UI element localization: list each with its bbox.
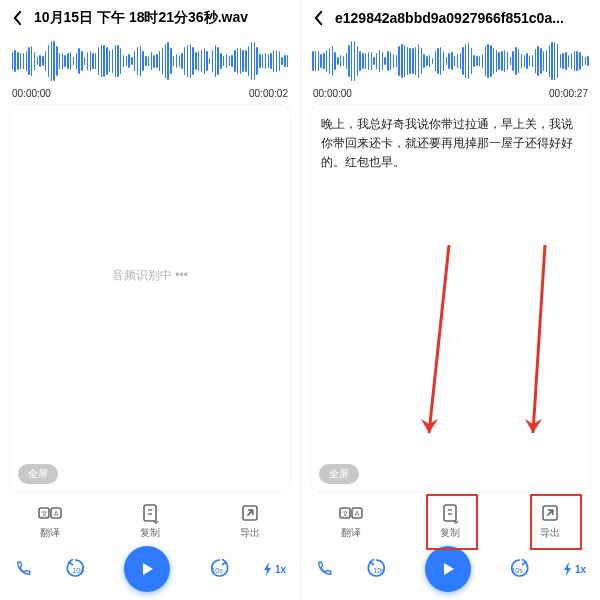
call-button[interactable] bbox=[14, 560, 32, 578]
play-icon bbox=[138, 560, 156, 578]
svg-text:10s: 10s bbox=[373, 567, 385, 574]
play-icon bbox=[439, 560, 457, 578]
speed-label: 1x bbox=[275, 564, 286, 575]
chevron-left-icon bbox=[313, 10, 324, 26]
back-button[interactable] bbox=[8, 10, 26, 26]
translate-button[interactable]: 文A 翻译 bbox=[337, 502, 365, 540]
left-pane: 10月15日 下午 18时21分36秒.wav 00:00:00 00:00:0… bbox=[0, 0, 300, 600]
fullscreen-button[interactable]: 全屏 bbox=[18, 464, 58, 484]
time-readout: 00:00:00 00:00:02 bbox=[0, 86, 300, 105]
bolt-icon bbox=[563, 562, 573, 576]
forward-icon: 10s bbox=[502, 559, 532, 579]
translate-button[interactable]: 文A 翻译 bbox=[36, 502, 64, 540]
translate-label: 翻译 bbox=[40, 527, 60, 540]
svg-line-10 bbox=[429, 245, 449, 433]
recognizing-placeholder: 音频识别中 ••• bbox=[112, 267, 188, 284]
svg-text:A: A bbox=[354, 510, 359, 517]
svg-line-11 bbox=[533, 245, 545, 433]
transcript-panel: 音频识别中 ••• 全屏 bbox=[10, 105, 290, 492]
forward-10s-button[interactable]: 10s bbox=[502, 559, 532, 579]
time-start: 00:00:00 bbox=[313, 88, 352, 99]
svg-text:A: A bbox=[54, 510, 59, 517]
call-button[interactable] bbox=[315, 560, 333, 578]
time-end: 00:00:02 bbox=[249, 88, 288, 99]
forward-icon: 10s bbox=[202, 559, 232, 579]
export-icon bbox=[236, 502, 264, 524]
rewind-10s-button[interactable]: 10s bbox=[63, 559, 93, 579]
header: 10月15日 下午 18时21分36秒.wav bbox=[0, 0, 300, 36]
copy-label: 复制 bbox=[140, 527, 160, 540]
toolbar: 文A 翻译 复制 导出 bbox=[0, 498, 300, 544]
chevron-left-icon bbox=[12, 10, 23, 26]
waveform[interactable] bbox=[0, 36, 300, 86]
speed-button[interactable]: 1x bbox=[263, 562, 286, 576]
playbar: 10s 10s 1x bbox=[0, 544, 300, 600]
transcript-panel: 晚上，我总好奇我说你带过拉通，早上关，我说你带回来还卡，就还要再甩掉那一屋子还得… bbox=[311, 105, 590, 492]
play-button[interactable] bbox=[124, 546, 170, 592]
file-title: e129842a8bbd9a0927966f851c0a... bbox=[327, 10, 592, 26]
annotation-arrow-copy bbox=[415, 245, 455, 455]
phone-icon bbox=[14, 560, 32, 578]
bolt-icon bbox=[263, 562, 273, 576]
forward-10s-button[interactable]: 10s bbox=[202, 559, 232, 579]
annotation-arrow-export bbox=[515, 245, 555, 455]
svg-text:10s: 10s bbox=[73, 567, 85, 574]
time-start: 00:00:00 bbox=[12, 88, 51, 99]
svg-text:文: 文 bbox=[41, 510, 48, 517]
right-pane: e129842a8bbd9a0927966f851c0a... 00:00:00… bbox=[300, 0, 600, 600]
time-end: 00:00:27 bbox=[549, 88, 588, 99]
waveform[interactable] bbox=[301, 36, 600, 86]
translate-icon: 文A bbox=[337, 502, 365, 524]
rewind-icon: 10s bbox=[63, 559, 93, 579]
annotation-highlight-export bbox=[530, 494, 582, 550]
header: e129842a8bbd9a0927966f851c0a... bbox=[301, 0, 600, 36]
svg-text:10s: 10s bbox=[211, 567, 223, 574]
speed-button[interactable]: 1x bbox=[563, 562, 586, 576]
play-button[interactable] bbox=[425, 546, 471, 592]
fullscreen-button[interactable]: 全屏 bbox=[319, 464, 359, 484]
translate-label: 翻译 bbox=[341, 527, 361, 540]
file-title: 10月15日 下午 18时21分36秒.wav bbox=[26, 9, 292, 27]
export-button[interactable]: 导出 bbox=[536, 502, 564, 540]
copy-button[interactable]: 复制 bbox=[436, 502, 464, 540]
copy-icon bbox=[136, 502, 164, 524]
time-readout: 00:00:00 00:00:27 bbox=[301, 86, 600, 105]
back-button[interactable] bbox=[309, 10, 327, 26]
translate-icon: 文A bbox=[36, 502, 64, 524]
speed-label: 1x bbox=[575, 564, 586, 575]
toolbar: 文A 翻译 复制 导出 bbox=[301, 498, 600, 544]
copy-button[interactable]: 复制 bbox=[136, 502, 164, 540]
export-button[interactable]: 导出 bbox=[236, 502, 264, 540]
svg-rect-4 bbox=[144, 505, 156, 521]
rewind-10s-button[interactable]: 10s bbox=[364, 559, 394, 579]
export-label: 导出 bbox=[240, 527, 260, 540]
phone-icon bbox=[315, 560, 333, 578]
playbar: 10s 10s 1x bbox=[301, 544, 600, 600]
svg-text:文: 文 bbox=[341, 510, 348, 517]
transcript-text: 晚上，我总好奇我说你带过拉通，早上关，我说你带回来还卡，就还要再甩掉那一屋子还得… bbox=[321, 115, 580, 173]
annotation-highlight-copy bbox=[426, 494, 478, 550]
svg-text:10s: 10s bbox=[511, 567, 523, 574]
rewind-icon: 10s bbox=[364, 559, 394, 579]
